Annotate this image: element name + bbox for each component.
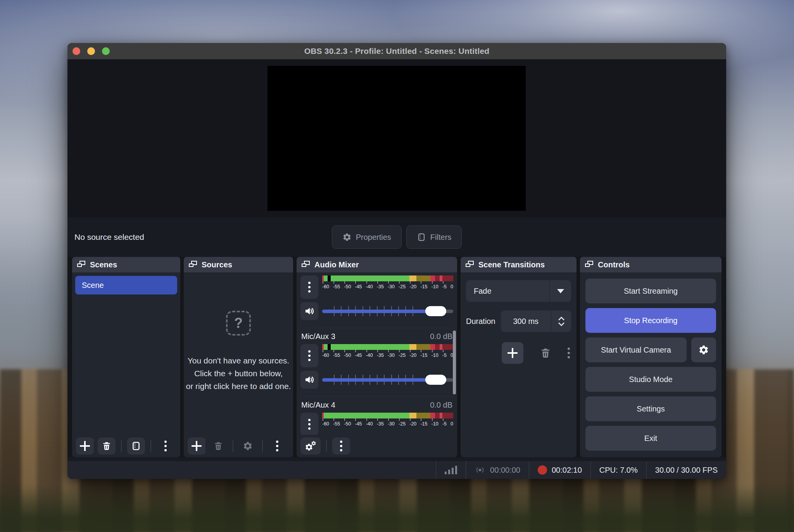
kebab-icon — [308, 282, 311, 293]
advanced-audio-button[interactable] — [300, 437, 321, 455]
mute-button[interactable] — [300, 371, 318, 389]
controls-panel: Controls Start Streaming Stop Recording … — [580, 257, 722, 457]
mixer-channel: Mic/Aux 4 0.0 dB -60-55-50-45-40-35-30-2… — [300, 396, 453, 435]
title-bar[interactable]: OBS 30.2.3 - Profile: Untitled - Scenes:… — [67, 43, 726, 59]
status-cpu-section: CPU: 7.0% — [590, 461, 646, 479]
mute-button[interactable] — [300, 302, 318, 320]
start-streaming-button[interactable]: Start Streaming — [585, 279, 716, 303]
scenes-panel: Scenes Scene — [72, 257, 180, 457]
add-scene-button[interactable] — [76, 437, 94, 455]
close-window-button[interactable] — [72, 47, 80, 55]
gear-icon — [243, 441, 253, 451]
sources-list[interactable]: ? You don't have any sources. Click the … — [184, 272, 293, 435]
channel-menu-button[interactable] — [300, 344, 318, 367]
scenes-panel-header[interactable]: Scenes — [72, 257, 180, 272]
slider-handle[interactable] — [425, 306, 446, 316]
volume-meter — [322, 344, 453, 350]
stream-timecode: 00:00:00 — [490, 466, 520, 475]
signal-bars-icon — [445, 466, 457, 474]
filters-icon — [131, 441, 141, 451]
audio-mixer-panel-header[interactable]: Audio Mixer — [297, 257, 457, 272]
scene-filters-button[interactable] — [127, 437, 145, 455]
remove-transition-button[interactable] — [540, 347, 551, 359]
controls-panel-header[interactable]: Controls — [580, 257, 722, 272]
scene-transitions-panel-title: Scene Transitions — [478, 260, 545, 269]
scenes-menu-button[interactable] — [157, 437, 174, 455]
kebab-icon — [276, 441, 278, 451]
wallpaper-park — [0, 486, 794, 532]
meter-tick-labels: -60-55-50-45-40-35-30-25-20-15-10-50 — [322, 284, 453, 289]
toolbar-separator — [233, 440, 233, 452]
exit-button[interactable]: Exit — [585, 426, 716, 451]
volume-slider[interactable] — [322, 305, 453, 317]
plus-icon — [80, 441, 90, 451]
status-network-section — [436, 461, 466, 479]
transitions-menu-button[interactable] — [568, 348, 570, 358]
stop-recording-button[interactable]: Stop Recording — [585, 308, 716, 333]
studio-mode-button[interactable]: Studio Mode — [585, 367, 716, 392]
mixer-scrollbar[interactable] — [453, 331, 456, 394]
spin-up-button[interactable] — [558, 317, 565, 321]
volume-slider[interactable] — [322, 374, 453, 386]
speaker-icon — [304, 374, 315, 385]
filters-icon — [417, 232, 426, 242]
mixer-channel-partial: -60-55-50-45-40-35-30-25-20-15-10-50 — [300, 272, 453, 324]
toolbar-separator — [262, 440, 263, 452]
channel-name: Mic/Aux 4 — [301, 401, 335, 410]
trash-icon — [102, 441, 112, 451]
properties-button[interactable]: Properties — [332, 226, 402, 249]
sources-panel-header[interactable]: Sources — [184, 257, 293, 272]
double-gear-icon — [305, 441, 316, 451]
channel-menu-button[interactable] — [300, 275, 318, 299]
minimize-window-button[interactable] — [87, 47, 95, 55]
source-toolbar: No source selected Properties Filters — [67, 217, 726, 257]
dock-icon — [301, 260, 311, 269]
settings-button[interactable]: Settings — [585, 396, 716, 421]
plus-icon — [192, 441, 202, 451]
traffic-lights — [72, 47, 110, 55]
kebab-icon — [164, 441, 167, 451]
audio-mixer-panel-title: Audio Mixer — [314, 260, 359, 269]
add-source-button[interactable] — [188, 437, 205, 455]
fps-counter: 30.00 / 30.00 FPS — [655, 466, 718, 475]
source-properties-button[interactable] — [239, 437, 257, 455]
audio-mixer-toolbar — [297, 435, 457, 457]
transition-select[interactable]: Fade — [466, 280, 571, 302]
duration-label: Duration — [466, 317, 495, 326]
remove-source-button[interactable] — [209, 437, 227, 455]
speaker-icon — [304, 306, 315, 317]
zoom-window-button[interactable] — [102, 47, 110, 55]
mixer-scroll-area[interactable]: -60-55-50-45-40-35-30-25-20-15-10-50 — [297, 272, 457, 435]
sources-menu-button[interactable] — [268, 437, 286, 455]
scene-transitions-panel-header[interactable]: Scene Transitions — [461, 257, 577, 272]
preview-canvas[interactable] — [268, 66, 526, 211]
remove-scene-button[interactable] — [98, 437, 116, 455]
toolbar-separator — [121, 440, 122, 452]
start-virtual-camera-button[interactable]: Start Virtual Camera — [585, 337, 687, 362]
add-transition-button[interactable] — [502, 342, 523, 364]
source-status-text: No source selected — [74, 232, 144, 242]
properties-button-label: Properties — [356, 233, 391, 242]
mixer-menu-button[interactable] — [332, 437, 350, 455]
scenes-list[interactable]: Scene — [72, 272, 180, 435]
filters-button-label: Filters — [430, 233, 451, 242]
scene-list-item-selected[interactable]: Scene — [75, 276, 177, 294]
sources-empty-text: Click the + button below, — [194, 367, 283, 380]
sources-empty-text: You don't have any sources. — [188, 354, 289, 367]
trash-icon — [213, 441, 223, 451]
slider-handle[interactable] — [425, 375, 446, 385]
question-mark-icon: ? — [226, 311, 251, 336]
preview-area[interactable] — [67, 59, 726, 217]
audio-mixer-panel: Audio Mixer -60-55-50-45-40-35-30-25-20-… — [297, 257, 457, 457]
duration-spinbox[interactable]: 300 ms — [501, 310, 571, 332]
controls-panel-title: Controls — [598, 260, 630, 269]
virtual-camera-settings-button[interactable] — [691, 337, 716, 362]
channel-menu-button[interactable] — [300, 413, 318, 435]
transition-select-arrow[interactable] — [549, 280, 571, 302]
spin-down-button[interactable] — [558, 322, 565, 326]
filters-button[interactable]: Filters — [406, 226, 462, 249]
meter-tick-marks — [322, 281, 453, 284]
scene-transitions-panel: Scene Transitions Fade Duration 300 ms — [461, 257, 577, 457]
duration-value: 300 ms — [501, 317, 551, 326]
status-stream-section: 00:00:00 — [466, 461, 529, 479]
